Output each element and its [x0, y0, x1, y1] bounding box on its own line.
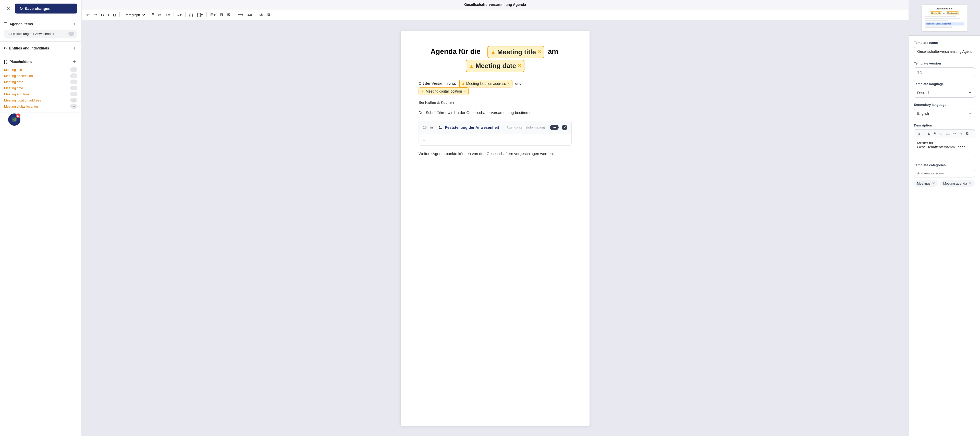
placeholder-row[interactable]: Meeting time -- — [4, 86, 77, 90]
placeholder-row[interactable]: Meeting location address -- — [4, 98, 77, 103]
description-text-area[interactable]: Muster für Gesellschafterversammlungen — [914, 138, 975, 158]
desc-quote[interactable]: ❝ — [932, 131, 937, 136]
preview-line-2 — [924, 18, 960, 19]
meeting-title-chip-label: Meeting title — [497, 48, 536, 57]
copy-button[interactable]: ⧉ — [266, 11, 272, 18]
placeholders-header[interactable]: [ ] Placeholders + — [4, 59, 77, 65]
digital-location-chip[interactable]: ▲ Meeting digital location ✕ — [418, 87, 469, 95]
categories-group: Template categories Meetings ✕ Meeting a… — [914, 163, 975, 187]
description-value: Muster für Gesellschafterversammlungen — [917, 141, 966, 149]
add-placeholder-button[interactable]: + — [71, 59, 77, 65]
ordered-list-button[interactable]: 1≡ — [164, 12, 172, 18]
loc-chip-close[interactable]: ✕ — [507, 81, 510, 86]
meeting-title-chip[interactable]: ▲ Meeting title ✕ — [487, 46, 544, 58]
agenda-items-header[interactable]: ☰ Agenda items + — [4, 21, 77, 27]
template-version-input[interactable] — [914, 67, 975, 77]
tag-remove-button[interactable]: ✕ — [969, 181, 972, 185]
desc-underline[interactable]: U — [927, 131, 932, 136]
separator-1 — [119, 12, 120, 17]
agenda-item-badge: -- — [68, 32, 74, 36]
preview-am: am — [943, 12, 945, 15]
align-button[interactable]: ≡▾ — [176, 11, 183, 18]
placeholder-row[interactable]: Meeting title -- — [4, 67, 77, 72]
editor-title-bar: Gesellschafterversammlung Agenda — [82, 0, 908, 10]
desc-undo[interactable]: ↩ — [952, 131, 957, 136]
location-address-chip[interactable]: ▲ Meeting location address ✕ — [459, 80, 513, 87]
placeholder-row[interactable]: Meeting description -- — [4, 73, 77, 78]
description-toolbar: B I U ❝ •≡ 1≡ ↩ ↪ ⧉ — [914, 129, 975, 138]
agenda-more-button[interactable]: ••• — [550, 125, 558, 130]
digital-chip-close[interactable]: ✕ — [463, 89, 466, 94]
close-button[interactable]: ✕ — [4, 5, 12, 13]
bracket-icon: [ ] — [4, 60, 7, 64]
avatar-button[interactable]: 🌿 12 — [8, 113, 21, 126]
entities-header[interactable]: ⟳ Entities and individuals + — [4, 45, 77, 51]
save-label: Save changes — [25, 6, 50, 11]
preview-area: Agenda für die Meeting title am Meeting … — [909, 0, 980, 36]
add-entity-button[interactable]: + — [71, 45, 77, 51]
list-icon: ☰ — [4, 22, 7, 26]
title-mid: am — [548, 46, 558, 56]
secondary-language-group: Secondary language English Deutsch Franç… — [914, 103, 975, 118]
agenda-item-row[interactable]: 1. Feststellung der Anwesenheit -- — [4, 30, 77, 38]
placeholder-row[interactable]: Meeting end time -- — [4, 92, 77, 97]
merge-button[interactable]: ⊞▾ — [209, 11, 217, 18]
add-agenda-item-button[interactable]: + — [71, 21, 77, 27]
desc-bold[interactable]: B — [916, 131, 921, 136]
template-name-label: Template name — [914, 41, 975, 44]
table-button[interactable]: ⊟ — [218, 11, 224, 18]
placeholder-dash: -- — [70, 67, 77, 72]
text-format-button[interactable]: Aa — [246, 12, 254, 18]
agenda-number: 1. — [439, 125, 442, 130]
description-label: Description — [914, 124, 975, 127]
meeting-date-chip[interactable]: ▲ Meeting date ✕ — [466, 60, 525, 72]
bracket-button[interactable]: [ ]▾ — [196, 11, 204, 18]
secondary-language-select[interactable]: English Deutsch Français — [914, 109, 975, 118]
location-prefix: Ort der Versammlung: — [418, 81, 456, 86]
template-language-group: Template language Deutsch English França… — [914, 82, 975, 98]
editor-page[interactable]: Agenda für die ▲ Meeting title ✕ am ▲ Me… — [401, 30, 590, 426]
separator-2 — [148, 12, 148, 17]
placeholder-name: Meeting time — [4, 86, 23, 90]
desc-bullet[interactable]: •≡ — [938, 131, 943, 136]
bold-button[interactable]: B — [100, 12, 105, 18]
refresh-icon: ↻ — [19, 6, 23, 11]
desc-paste[interactable]: ⧉ — [965, 131, 969, 136]
redo-button[interactable]: ↪ — [92, 11, 99, 18]
bullet-list-button[interactable]: •≡ — [156, 12, 163, 18]
desc-ordered[interactable]: 1≡ — [945, 131, 951, 136]
placeholder-row[interactable]: Meeting date -- — [4, 79, 77, 84]
agenda-close-button[interactable]: ✕ — [562, 125, 567, 130]
categories-input[interactable] — [914, 169, 975, 178]
placeholders-title: [ ] Placeholders — [4, 60, 32, 64]
footer-paragraph: Weitere Agendapunkte können von den Gese… — [418, 151, 572, 157]
quote-button[interactable]: ❝ — [150, 11, 156, 18]
agenda-type-label: Agenda item (Information) — [507, 125, 545, 129]
italic-button[interactable]: I — [107, 12, 110, 18]
preview-line-1 — [924, 16, 956, 17]
desc-italic[interactable]: I — [922, 131, 926, 136]
category-tag: Meeting agenda ✕ — [940, 180, 975, 187]
underline-button[interactable]: U — [111, 12, 118, 18]
preview-button[interactable]: 👁 — [258, 12, 265, 18]
save-button[interactable]: ↻ Save changes — [15, 3, 77, 14]
template-language-select[interactable]: Deutsch English Français — [914, 88, 975, 98]
notification-badge: 12 — [16, 113, 21, 118]
desc-redo[interactable]: ↪ — [958, 131, 964, 136]
loc-address-label: Meeting location address — [466, 81, 506, 86]
table2-button[interactable]: ⊠ — [226, 11, 232, 18]
template-name-input[interactable] — [914, 47, 975, 56]
code-button[interactable]: { } — [188, 12, 195, 18]
paragraph-select[interactable]: Paragraph Heading 1 Heading 2 — [122, 12, 146, 18]
chip-warning-icon: ▲ — [490, 48, 496, 55]
placeholder-row[interactable]: Meeting digital location -- — [4, 104, 77, 109]
chip-date-close-icon[interactable]: ✕ — [517, 63, 522, 69]
placeholder-dash: -- — [70, 98, 77, 103]
chip-close-icon[interactable]: ✕ — [538, 49, 541, 55]
undo-button[interactable]: ↩ — [85, 11, 91, 18]
placeholder-dash: -- — [70, 73, 77, 78]
right-panel: Agenda für die Meeting title am Meeting … — [908, 0, 980, 436]
entities-icon: ⟳ — [4, 46, 7, 50]
tag-remove-button[interactable]: ✕ — [932, 181, 935, 185]
pen-button[interactable]: ✏▾ — [236, 11, 245, 18]
